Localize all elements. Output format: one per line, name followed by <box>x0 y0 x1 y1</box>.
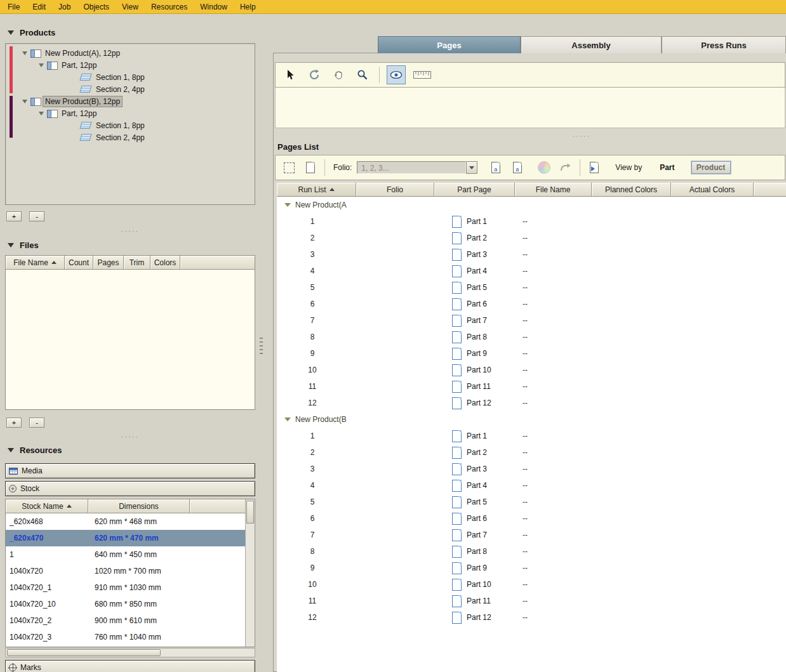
marks-section-bar[interactable]: Marks <box>5 660 255 672</box>
run-column-folio[interactable]: Folio <box>356 183 434 197</box>
tree-item-label[interactable]: Part, 12pp <box>60 60 98 70</box>
add-product-button[interactable]: + <box>6 211 22 221</box>
stock-row[interactable]: 1040x720_1910 mm * 1030 mm <box>6 579 255 596</box>
folio-combobox[interactable]: 1, 2, 3... <box>357 161 477 174</box>
tree-item[interactable]: Part, 12pp <box>15 59 253 71</box>
panel-splitter-grip[interactable] <box>260 338 263 354</box>
scrollbar-thumb[interactable] <box>7 649 161 656</box>
rotate-tool-button[interactable] <box>305 65 324 84</box>
tree-item[interactable]: Section 1, 8pp <box>15 119 253 131</box>
expander-icon[interactable] <box>39 63 44 67</box>
collapse-triangle-icon[interactable] <box>8 448 14 452</box>
stock-column-stock-name[interactable]: Stock Name <box>6 499 88 513</box>
collapse-triangle-icon[interactable] <box>8 30 14 35</box>
tree-item-label[interactable]: Section 1, 8pp <box>94 72 147 82</box>
tree-item-label[interactable]: Section 1, 8pp <box>94 121 147 131</box>
run-list-row[interactable]: 8Part 8-- <box>277 543 786 560</box>
run-list-row[interactable]: 6Part 6-- <box>277 510 786 527</box>
run-list-row[interactable]: 5Part 5-- <box>277 494 786 510</box>
run-list-row[interactable]: 3Part 3-- <box>277 461 786 477</box>
ruler-tool-button[interactable] <box>411 65 434 84</box>
stock-row[interactable]: 1040x7201020 mm * 700 mm <box>6 563 255 579</box>
run-list-row[interactable]: 1Part 1-- <box>277 428 786 444</box>
run-column-part-page[interactable]: Part Page <box>434 183 515 197</box>
pages-splitter-handle[interactable] <box>563 132 601 140</box>
run-list-row[interactable]: 8Part 8-- <box>277 329 786 345</box>
view-by-product-toggle[interactable]: Product <box>691 161 731 174</box>
run-group-row[interactable]: New Product(A <box>277 197 786 213</box>
files-column-count[interactable]: Count <box>65 256 93 270</box>
add-page-button[interactable] <box>301 158 320 177</box>
files-column-colors[interactable]: Colors <box>150 256 180 270</box>
run-list-row[interactable]: 2Part 2-- <box>277 444 786 461</box>
media-section-bar[interactable]: Media <box>5 463 255 478</box>
menu-window[interactable]: Window <box>194 1 234 13</box>
stock-column-dimensions[interactable]: Dimensions <box>88 499 190 513</box>
run-list-row[interactable]: 11Part 11-- <box>277 378 786 395</box>
run-list-row[interactable]: 5Part 5-- <box>277 279 786 296</box>
run-list-row[interactable]: 4Part 4-- <box>277 263 786 279</box>
remove-product-button[interactable]: - <box>29 211 44 221</box>
products-splitter-handle[interactable] <box>5 227 255 235</box>
stock-row[interactable]: _620x470620 mm * 470 mm <box>6 530 255 546</box>
group-collapse-icon[interactable] <box>284 203 291 207</box>
tree-item[interactable]: Section 2, 4pp <box>15 83 253 95</box>
preview-toggle-button[interactable] <box>387 65 406 84</box>
expander-icon[interactable] <box>39 112 44 115</box>
tree-item-label[interactable]: Part, 12pp <box>60 109 98 119</box>
tree-item[interactable]: New Product(A), 12pp <box>15 47 253 59</box>
menu-file[interactable]: File <box>1 1 26 13</box>
stock-row[interactable]: _620x468620 mm * 468 mm <box>6 513 255 530</box>
tree-item[interactable]: New Product(B), 12pp <box>15 95 253 107</box>
menu-resources[interactable]: Resources <box>145 1 194 13</box>
scrollbar-thumb[interactable] <box>246 501 254 524</box>
menu-objects[interactable]: Objects <box>77 1 116 13</box>
files-splitter-handle[interactable] <box>5 433 255 440</box>
stock-row[interactable]: 1640 mm * 450 mm <box>6 546 255 563</box>
run-group-row[interactable]: New Product(B <box>277 411 786 428</box>
files-column-pages[interactable]: Pages <box>93 256 124 270</box>
zoom-tool-button[interactable] <box>353 65 372 84</box>
stock-vertical-scrollbar[interactable] <box>245 499 255 647</box>
tab-press-runs[interactable]: Press Runs <box>662 36 786 53</box>
remove-file-button[interactable]: - <box>29 418 44 428</box>
marquee-select-button[interactable] <box>279 158 298 177</box>
menu-view[interactable]: View <box>116 1 145 13</box>
tree-item-label[interactable]: Section 2, 4pp <box>94 133 147 143</box>
view-by-part-toggle[interactable]: Part <box>660 163 674 172</box>
pan-tool-button[interactable] <box>329 65 348 84</box>
folio-dropdown-button[interactable] <box>466 161 477 174</box>
menu-edit[interactable]: Edit <box>26 1 52 13</box>
run-list-row[interactable]: 9Part 9-- <box>277 560 786 576</box>
menu-job[interactable]: Job <box>52 1 77 13</box>
files-empty-body[interactable] <box>6 270 255 409</box>
group-collapse-icon[interactable] <box>284 418 291 421</box>
apply-folio-button[interactable] <box>486 158 505 177</box>
expander-icon[interactable] <box>22 100 27 103</box>
run-list-row[interactable]: 2Part 2-- <box>277 230 786 246</box>
files-column-file-name[interactable]: File Name <box>6 256 65 270</box>
tree-item[interactable]: Section 2, 4pp <box>15 131 253 143</box>
tree-item[interactable]: Part, 12pp <box>15 107 253 119</box>
stock-row[interactable]: 1040x720_3760 mm * 1040 mm <box>6 629 255 645</box>
run-list-row[interactable]: 4Part 4-- <box>277 477 786 494</box>
run-column-actual-colors[interactable]: Actual Colors <box>671 183 754 197</box>
add-file-button[interactable]: + <box>6 418 22 428</box>
tree-item-label[interactable]: New Product(B), 12pp <box>43 96 122 107</box>
preview-area[interactable] <box>275 88 785 128</box>
tree-item[interactable]: Section 1, 8pp <box>15 71 253 83</box>
run-list-row[interactable]: 7Part 7-- <box>277 527 786 543</box>
menu-help[interactable]: Help <box>234 1 262 13</box>
stock-row[interactable]: 1040x720_10680 mm * 850 mm <box>6 596 255 612</box>
apply-folio-all-button[interactable] <box>508 158 527 177</box>
tree-item-label[interactable]: New Product(A), 12pp <box>43 48 122 58</box>
run-list-row[interactable]: 1Part 1-- <box>277 213 786 230</box>
select-tool-button[interactable] <box>281 65 300 84</box>
run-list-row[interactable]: 3Part 3-- <box>277 246 786 263</box>
run-list-row[interactable]: 7Part 7-- <box>277 312 786 329</box>
stock-horizontal-scrollbar[interactable] <box>5 648 255 657</box>
tab-pages[interactable]: Pages <box>378 36 521 53</box>
stock-row[interactable]: 1040x720_2900 mm * 610 mm <box>6 612 255 629</box>
color-wheel-button[interactable] <box>535 158 554 177</box>
run-list-row[interactable]: 12Part 12-- <box>277 609 786 626</box>
